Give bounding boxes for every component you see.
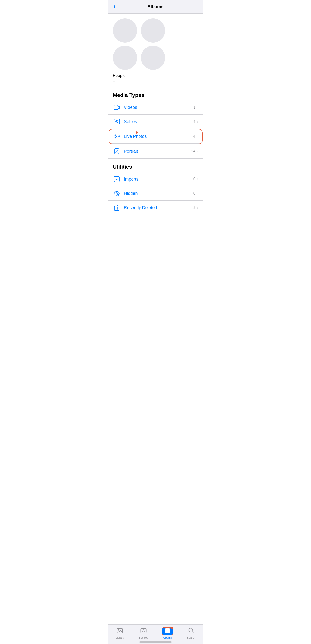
recently-deleted-icon	[113, 204, 121, 212]
selfies-count: 4	[193, 119, 195, 124]
videos-right: 1 ›	[193, 105, 198, 110]
live-photos-icon	[113, 132, 121, 140]
hidden-count: 0	[193, 191, 195, 196]
list-item-hidden[interactable]: Hidden 0 ›	[108, 186, 203, 201]
svg-point-3	[116, 121, 117, 122]
live-photos-right: 4 ›	[193, 134, 198, 139]
list-item-imports[interactable]: Imports 0 ›	[108, 172, 203, 186]
recently-deleted-label: Recently Deleted	[124, 205, 193, 210]
selfies-chevron: ›	[197, 120, 198, 124]
recently-deleted-chevron: ›	[197, 206, 198, 210]
live-photos-chevron: ›	[197, 134, 198, 139]
portrait-label: Portrait	[124, 149, 191, 154]
media-types-header: Media Types	[108, 87, 203, 100]
person-circle-1	[113, 18, 137, 43]
svg-point-8	[116, 150, 117, 151]
svg-point-6	[116, 136, 117, 137]
people-label: People	[113, 73, 198, 78]
utilities-header: Utilities	[108, 158, 203, 172]
imports-icon	[113, 175, 121, 183]
hidden-right: 0 ›	[193, 191, 198, 196]
list-item-recently-deleted[interactable]: Recently Deleted 8 ›	[108, 201, 203, 215]
videos-icon	[113, 104, 121, 111]
media-types-title: Media Types	[113, 92, 144, 98]
person-circle-2	[141, 18, 165, 43]
utilities-title: Utilities	[113, 164, 132, 170]
recently-deleted-count: 8	[193, 205, 195, 210]
list-item-selfies[interactable]: Selfies 4 ›	[108, 115, 203, 129]
list-item-portrait[interactable]: Portrait 14 ›	[108, 144, 203, 158]
person-circle-4	[141, 46, 165, 70]
selfies-icon	[113, 118, 121, 126]
add-button[interactable]: +	[113, 4, 116, 10]
people-circles	[113, 18, 166, 70]
page-title: Albums	[148, 4, 163, 9]
media-types-list: Videos 1 › Selfies 4 ›	[108, 100, 203, 158]
portrait-count: 14	[191, 149, 195, 154]
header: + Albums	[108, 0, 203, 14]
selfies-label: Selfies	[124, 119, 193, 124]
imports-label: Imports	[124, 177, 193, 182]
person-circle-3	[113, 46, 137, 70]
videos-count: 1	[193, 105, 195, 110]
videos-label: Videos	[124, 105, 193, 110]
hidden-chevron: ›	[197, 191, 198, 196]
live-photos-red-dot	[136, 131, 138, 134]
imports-right: 0 ›	[193, 177, 198, 182]
portrait-right: 14 ›	[191, 149, 198, 154]
hidden-icon	[113, 190, 121, 197]
live-photos-count: 4	[193, 134, 195, 139]
recently-deleted-right: 8 ›	[193, 205, 198, 210]
people-section: People 1	[108, 14, 203, 86]
list-item-videos[interactable]: Videos 1 ›	[108, 100, 203, 115]
utilities-list: Imports 0 › Hidden 0 ›	[108, 172, 203, 215]
imports-count: 0	[193, 177, 195, 182]
hidden-label: Hidden	[124, 191, 193, 196]
videos-chevron: ›	[197, 105, 198, 110]
svg-rect-0	[114, 105, 118, 110]
people-count: 1	[113, 78, 198, 83]
portrait-chevron: ›	[197, 149, 198, 154]
live-photos-label: Live Photos	[124, 134, 193, 139]
imports-chevron: ›	[197, 177, 198, 181]
portrait-icon	[113, 147, 121, 155]
list-item-live-photos[interactable]: Live Photos 4 ›	[109, 130, 202, 144]
svg-line-11	[114, 191, 119, 196]
selfies-right: 4 ›	[193, 119, 198, 124]
